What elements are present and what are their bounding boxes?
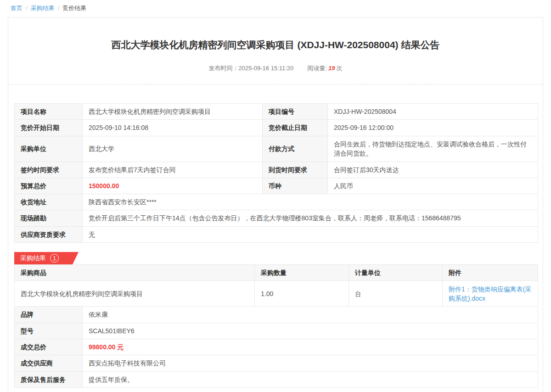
field-value-currency: 人民币 bbox=[328, 178, 538, 194]
field-value-model: SCAL501IBEY6 bbox=[83, 323, 538, 339]
table-row: 供应商资质要求 无 bbox=[15, 226, 538, 242]
column-header-unit: 计量单位 bbox=[349, 265, 443, 281]
field-value-project-name: 西北大学模块化机房精密列间空调采购项目 bbox=[83, 104, 263, 120]
table-row: 采购单位 西北大学 付款方式 合同生效后，待货物到达指定地点、安装调试验收合格后… bbox=[15, 136, 538, 162]
badge-label: 采购结果 bbox=[20, 254, 46, 263]
cell-attachment: 附件1：货物类响应偏离表(采购系统).docx bbox=[443, 281, 538, 307]
breadcrumb-link-home[interactable]: 首页 bbox=[11, 5, 22, 11]
field-label-bid-end-date: 竞价截止日期 bbox=[263, 120, 328, 136]
field-label-delivery-time: 到货时间要求 bbox=[263, 162, 328, 178]
table-row: 收货地址 陕西省西安市长安区**** bbox=[15, 194, 538, 210]
page-title: 西北大学模块化机房精密列间空调采购项目 (XDJJ-HW-202508004) … bbox=[14, 39, 537, 51]
field-label-payment-method: 付款方式 bbox=[263, 136, 328, 162]
table-row: 品牌 依米康 bbox=[15, 307, 538, 323]
field-value-bid-start-date: 2025-09-10 14:16:08 bbox=[83, 120, 263, 136]
cell-product-name: 西北大学模块化机房精密列间空调采购项目 bbox=[15, 281, 255, 307]
field-label-deal-total-price: 成交总价 bbox=[15, 339, 83, 355]
views-count: 19 bbox=[328, 65, 335, 72]
field-value-signing-time: 发布竞价结果后7天内签订合同 bbox=[83, 162, 263, 178]
breadcrumb-separator: / bbox=[58, 5, 60, 11]
goods-table: 采购商品 采购数量 计量单位 附件 西北大学模块化机房精密列间空调采购项目 1.… bbox=[14, 264, 538, 307]
views-label: 阅读量: bbox=[307, 65, 327, 72]
views-unit: 次 bbox=[336, 65, 342, 72]
field-label-brand: 品牌 bbox=[15, 307, 83, 323]
field-label-model: 型号 bbox=[15, 323, 83, 339]
table-row: 型号 SCAL501IBEY6 bbox=[15, 323, 538, 339]
field-label-winning-supplier: 成交供应商 bbox=[15, 355, 83, 371]
table-header-row: 采购商品 采购数量 计量单位 附件 bbox=[15, 265, 538, 281]
procurement-result-badge: 采购结果 1 bbox=[14, 252, 79, 264]
breadcrumb-separator: / bbox=[26, 5, 28, 11]
attachment-link[interactable]: 附件1：货物类响应偏离表(采购系统).docx bbox=[449, 286, 531, 302]
field-value-delivery-address: 陕西省西安市长安区**** bbox=[83, 194, 538, 210]
field-value-delivery-time: 合同签订后30天内送达 bbox=[328, 162, 538, 178]
field-value-supplier-qualification: 无 bbox=[83, 226, 538, 242]
field-value-brand: 依米康 bbox=[83, 307, 538, 323]
announcement-card: 西北大学模块化机房精密列间空调采购项目 (XDJJ-HW-202508004) … bbox=[8, 17, 543, 392]
cell-unit: 台 bbox=[349, 281, 443, 307]
table-row: 成交总价 99800.00 元 bbox=[15, 339, 538, 355]
field-label-purchasing-unit: 采购单位 bbox=[15, 136, 83, 162]
column-header-attachment: 附件 bbox=[443, 265, 538, 281]
breadcrumb: 首页/采购结果/竞价结果 bbox=[0, 0, 551, 12]
table-row: 签约时间要求 发布竞价结果后7天内签订合同 到货时间要求 合同签订后30天内送达 bbox=[15, 162, 538, 178]
field-value-payment-method: 合同生效后，待货物到达指定地点、安装调试验收合格后，一次性付清合同货款。 bbox=[328, 136, 538, 162]
table-row: 竞价开始日期 2025-09-10 14:16:08 竞价截止日期 2025-0… bbox=[15, 120, 538, 136]
field-label-bid-start-date: 竞价开始日期 bbox=[15, 120, 83, 136]
cell-quantity: 1.00 bbox=[255, 281, 349, 307]
field-label-currency: 币种 bbox=[263, 178, 328, 194]
table-row: 现场踏勘 竞价开启后第三个工作日下午14点（包含公告发布日），在西北大学物理楼8… bbox=[15, 210, 538, 226]
breadcrumb-link-procurement-results[interactable]: 采购结果 bbox=[31, 5, 55, 11]
field-value-site-survey: 竞价开启后第三个工作日下午14点（包含公告发布日），在西北大学物理楼803室集合… bbox=[83, 210, 538, 226]
column-header-product: 采购商品 bbox=[15, 265, 255, 281]
project-info-table: 项目名称 西北大学模块化机房精密列间空调采购项目 项目编号 XDJJ-HW-20… bbox=[14, 103, 538, 243]
table-row: 项目名称 西北大学模块化机房精密列间空调采购项目 项目编号 XDJJ-HW-20… bbox=[15, 104, 538, 120]
divider bbox=[8, 84, 543, 84]
field-value-purchasing-unit: 西北大学 bbox=[83, 136, 263, 162]
badge-count: 1 bbox=[50, 254, 59, 263]
field-value-budget-total: 150000.00 bbox=[83, 178, 263, 194]
column-header-quantity: 采购数量 bbox=[255, 265, 349, 281]
field-value-deal-total-price: 99800.00 元 bbox=[83, 339, 538, 355]
field-value-winning-supplier: 西安点拓电子科技有限公司 bbox=[83, 355, 538, 371]
field-value-warranty-service: 提供五年质保。 bbox=[83, 371, 538, 387]
field-value-project-number: XDJJ-HW-202508004 bbox=[328, 104, 538, 120]
field-label-signing-time: 签约时间要求 bbox=[15, 162, 83, 178]
field-value-bid-end-date: 2025-09-16 12:00:00 bbox=[328, 120, 538, 136]
publish-time-label: 发布时间： bbox=[209, 65, 239, 72]
field-label-project-number: 项目编号 bbox=[263, 104, 328, 120]
field-label-site-survey: 现场踏勘 bbox=[15, 210, 83, 226]
result-details-table: 品牌 依米康 型号 SCAL501IBEY6 成交总价 99800.00 元 成… bbox=[14, 306, 538, 387]
field-label-budget-total: 预算总价 bbox=[15, 178, 83, 194]
table-row: 质保及售后服务 提供五年质保。 bbox=[15, 371, 538, 387]
field-label-supplier-qualification: 供应商资质要求 bbox=[15, 226, 83, 242]
publish-meta: 发布时间：2025-09-16 15:11:20阅读量:19次 bbox=[14, 64, 537, 73]
table-row: 成交供应商 西安点拓电子科技有限公司 bbox=[15, 355, 538, 371]
field-label-project-name: 项目名称 bbox=[15, 104, 83, 120]
field-label-warranty-service: 质保及售后服务 bbox=[15, 371, 83, 387]
field-label-delivery-address: 收货地址 bbox=[15, 194, 83, 210]
table-row: 西北大学模块化机房精密列间空调采购项目 1.00 台 附件1：货物类响应偏离表(… bbox=[15, 281, 538, 307]
table-row: 预算总价 150000.00 币种 人民币 bbox=[15, 178, 538, 194]
publish-time-value: 2025-09-16 15:11:20 bbox=[239, 65, 294, 72]
breadcrumb-current-bidding-results: 竞价结果 bbox=[62, 5, 86, 11]
